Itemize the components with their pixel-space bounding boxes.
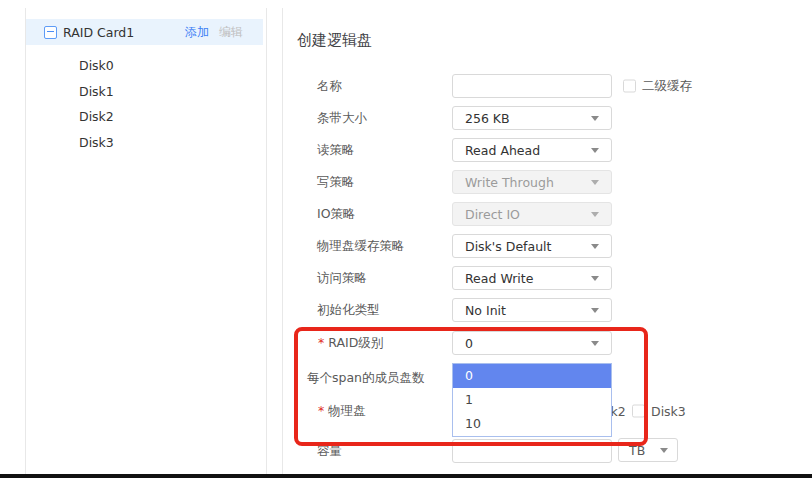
tree-item-disk1[interactable]: Disk1 <box>26 79 263 105</box>
tree-item-disk2[interactable]: Disk2 <box>26 104 263 130</box>
tree-item-raid-card[interactable]: RAID Card1 添加 编辑 <box>26 19 263 45</box>
required-asterisk: * <box>318 403 324 418</box>
disk3-checkbox[interactable] <box>632 405 645 418</box>
read-policy-value: Read Ahead <box>465 143 540 158</box>
tree-item-disk3[interactable]: Disk3 <box>26 130 263 156</box>
raid-level-option-0[interactable]: 0 <box>453 364 611 388</box>
io-policy-select: Direct IO <box>452 202 612 226</box>
disk-list: Disk0 Disk1 Disk2 Disk3 <box>26 53 263 155</box>
secondary-cache-checkbox[interactable] <box>623 80 636 93</box>
raid-level-value: 0 <box>465 336 473 351</box>
required-asterisk: * <box>318 335 324 350</box>
access-policy-label: 访问策略 <box>317 270 367 287</box>
disk-cache-policy-select[interactable]: Disk's Default <box>452 234 612 258</box>
read-policy-label: 读策略 <box>317 142 355 159</box>
window-bottom-edge <box>0 474 812 478</box>
init-type-value: No Init <box>465 303 506 318</box>
chevron-down-icon <box>591 308 599 313</box>
raid-level-label: *RAID级别 <box>318 335 383 352</box>
disk-cache-policy-value: Disk's Default <box>465 239 551 254</box>
collapse-minus-icon[interactable] <box>44 26 57 39</box>
chevron-down-icon <box>591 276 599 281</box>
access-policy-select[interactable]: Read Write <box>452 266 612 290</box>
io-policy-label: IO策略 <box>317 206 356 223</box>
capacity-input[interactable] <box>452 439 612 463</box>
chevron-down-icon <box>591 244 599 249</box>
write-policy-select: Write Through <box>452 170 612 194</box>
capacity-unit-select[interactable]: TB <box>618 438 678 462</box>
disk-cache-policy-label: 物理盘缓存策略 <box>317 238 405 255</box>
capacity-unit-value: TB <box>629 443 645 458</box>
page-title: 创建逻辑盘 <box>297 31 372 50</box>
edit-link[interactable]: 编辑 <box>219 24 243 41</box>
io-policy-value: Direct IO <box>465 207 520 222</box>
raid-level-option-1[interactable]: 1 <box>453 388 611 412</box>
write-policy-label: 写策略 <box>317 174 355 191</box>
stripe-size-value: 256 KB <box>465 111 510 126</box>
add-link[interactable]: 添加 <box>185 24 209 41</box>
read-policy-select[interactable]: Read Ahead <box>452 138 612 162</box>
raid-config-window: RAID Card1 添加 编辑 Disk0 Disk1 Disk2 Disk3… <box>0 0 812 479</box>
chevron-down-icon <box>591 212 599 217</box>
stripe-size-select[interactable]: 256 KB <box>452 106 612 130</box>
raid-level-select[interactable]: 0 <box>452 331 612 355</box>
tree-item-disk0[interactable]: Disk0 <box>26 53 263 79</box>
raid-level-option-10[interactable]: 10 <box>453 412 611 436</box>
chevron-down-icon <box>591 116 599 121</box>
secondary-cache-label: 二级缓存 <box>642 78 692 95</box>
name-input[interactable] <box>452 74 612 98</box>
physical-disk-label: *物理盘 <box>318 403 366 420</box>
raid-card-label: RAID Card1 <box>63 25 134 40</box>
disk3-checkbox-label: Disk3 <box>651 404 686 419</box>
write-policy-value: Write Through <box>465 175 554 190</box>
name-label: 名称 <box>317 78 342 95</box>
init-type-label: 初始化类型 <box>317 302 380 319</box>
chevron-down-icon <box>591 180 599 185</box>
raid-level-dropdown-panel: 0 1 10 <box>452 363 612 437</box>
chevron-down-icon <box>660 448 668 453</box>
capacity-label: 容量 <box>317 443 342 460</box>
access-policy-value: Read Write <box>465 271 533 286</box>
stripe-size-label: 条带大小 <box>317 110 367 127</box>
chevron-down-icon <box>591 341 599 346</box>
chevron-down-icon <box>591 148 599 153</box>
span-members-label: 每个span的成员盘数 <box>307 370 425 387</box>
init-type-select[interactable]: No Init <box>452 298 612 322</box>
